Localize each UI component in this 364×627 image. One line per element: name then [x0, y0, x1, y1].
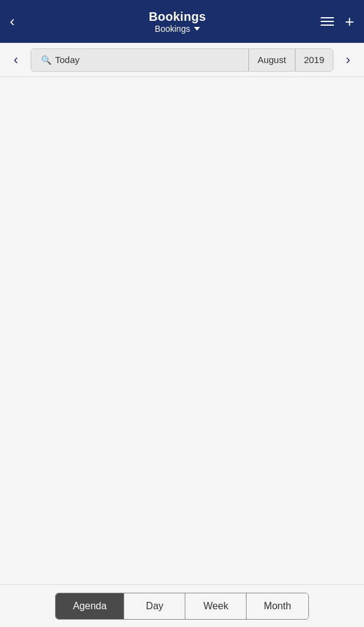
- today-label: Today: [55, 54, 80, 65]
- tab-day-label: Day: [146, 601, 163, 612]
- date-controls: 🔍 Today August 2019: [31, 48, 333, 72]
- year-label: 2019: [304, 54, 324, 65]
- app-header: ‹ Bookings Bookings +: [0, 0, 364, 43]
- tab-week-label: Week: [204, 601, 229, 612]
- add-button[interactable]: +: [345, 13, 354, 29]
- menu-line-3: [321, 24, 334, 26]
- tab-agenda-label: Agenda: [73, 601, 106, 612]
- month-label: August: [258, 54, 286, 65]
- month-selector[interactable]: August: [249, 49, 295, 71]
- tab-month-label: Month: [264, 601, 291, 612]
- tab-bar: Agenda Day Week Month: [0, 584, 364, 627]
- header-right: +: [321, 13, 354, 29]
- chevron-down-icon: [194, 27, 200, 31]
- tab-day[interactable]: Day: [124, 593, 185, 619]
- year-selector[interactable]: 2019: [295, 49, 333, 71]
- navigation-bar: ‹ 🔍 Today August 2019 ›: [0, 43, 364, 77]
- subtitle-text: Bookings: [155, 24, 190, 34]
- header-center: Bookings Bookings: [149, 10, 206, 34]
- view-tabs: Agenda Day Week Month: [55, 593, 309, 620]
- header-left: ‹: [10, 14, 34, 29]
- menu-button[interactable]: [321, 17, 334, 26]
- menu-line-1: [321, 17, 334, 18]
- tab-month[interactable]: Month: [247, 593, 308, 619]
- menu-line-2: [321, 21, 334, 22]
- main-content-area: [0, 77, 364, 584]
- prev-button[interactable]: ‹: [6, 52, 26, 68]
- search-icon: 🔍: [41, 55, 51, 65]
- tab-week[interactable]: Week: [185, 593, 247, 619]
- today-button[interactable]: 🔍 Today: [31, 49, 248, 71]
- header-subtitle[interactable]: Bookings: [155, 24, 200, 34]
- app-title: Bookings: [149, 10, 206, 24]
- next-button[interactable]: ›: [338, 52, 358, 68]
- tab-agenda[interactable]: Agenda: [56, 593, 124, 619]
- back-button[interactable]: ‹: [10, 14, 15, 29]
